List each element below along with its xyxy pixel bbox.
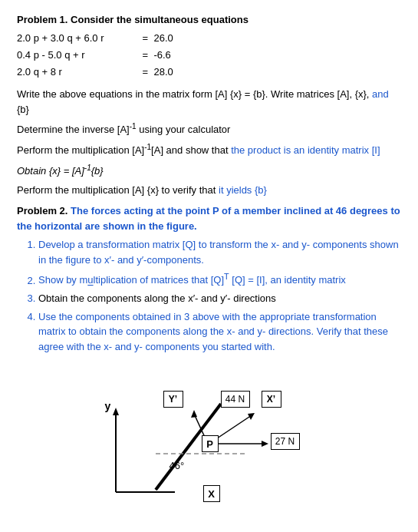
problem1-title: Problem 1. Consider the simultaneous equ… xyxy=(17,14,401,25)
problem2-title: Problem 2. The forces acting at the poin… xyxy=(17,203,401,233)
list-item-2: Show by multiplication of matrices that … xyxy=(38,270,401,288)
eq3-rhs: 28.0 xyxy=(153,64,173,81)
label-x-bottom: X xyxy=(203,485,220,502)
svg-marker-10 xyxy=(248,413,255,420)
instruction-3: Perform the multiplication [A]-1[A] and … xyxy=(17,141,401,158)
list-item-3: Obtain the components along the x′- and … xyxy=(38,291,401,306)
instruction-4: Obtain {x} = [A]-1{b} xyxy=(17,162,401,179)
eq3-op: = xyxy=(140,64,153,81)
eq2-lhs: 0.4 p - 5.0 q + r xyxy=(17,47,140,64)
equation-1: 2.0 p + 3.0 q + 6.0 r = 26.0 xyxy=(17,30,401,47)
label-y-axis: y xyxy=(105,400,111,413)
svg-marker-6 xyxy=(191,410,197,418)
svg-marker-3 xyxy=(113,408,119,415)
eq3-lhs: 2.0 q + 8 r xyxy=(17,64,140,81)
svg-marker-8 xyxy=(262,441,268,447)
equation-3: 2.0 q + 8 r = 28.0 xyxy=(17,64,401,81)
eq1-rhs: 26.0 xyxy=(153,30,173,47)
svg-line-9 xyxy=(217,415,252,438)
label-27n: 27 N xyxy=(271,433,300,450)
instruction-5: Perform the multiplication [A] {x} to ve… xyxy=(17,183,401,198)
eq1-op: = xyxy=(140,30,153,47)
label-angle: 46° xyxy=(170,460,185,471)
list-item-4: Use the components obtained in 3 above w… xyxy=(38,309,401,355)
label-yprime: Y’ xyxy=(163,391,183,408)
problem2-list: Develop a transformation matrix [Q] to t… xyxy=(38,237,401,354)
problem1-section: Problem 1. Consider the simultaneous equ… xyxy=(17,14,401,197)
eq2-op: = xyxy=(140,47,153,64)
label-xprime: X’ xyxy=(262,391,281,408)
label-44n: 44 N xyxy=(221,391,250,408)
equations-block: 2.0 p + 3.0 q + 6.0 r = 26.0 0.4 p - 5.0… xyxy=(17,30,401,81)
problem2-section: Problem 2. The forces acting at the poin… xyxy=(17,203,401,504)
label-p: P xyxy=(202,435,219,452)
eq1-lhs: 2.0 p + 3.0 q + 6.0 r xyxy=(17,30,140,47)
list-item-1: Develop a transformation matrix [Q] to t… xyxy=(38,237,401,267)
figure: y X Y’ 44 N X’ P 27 N 46° xyxy=(87,362,332,504)
eq2-rhs: -6.6 xyxy=(153,47,170,64)
instruction-2: Determine the inverse [A]-1 using your c… xyxy=(17,121,401,137)
equation-2: 0.4 p - 5.0 q + r = -6.6 xyxy=(17,47,401,64)
instruction-1: Write the above equations in the matrix … xyxy=(17,87,401,117)
